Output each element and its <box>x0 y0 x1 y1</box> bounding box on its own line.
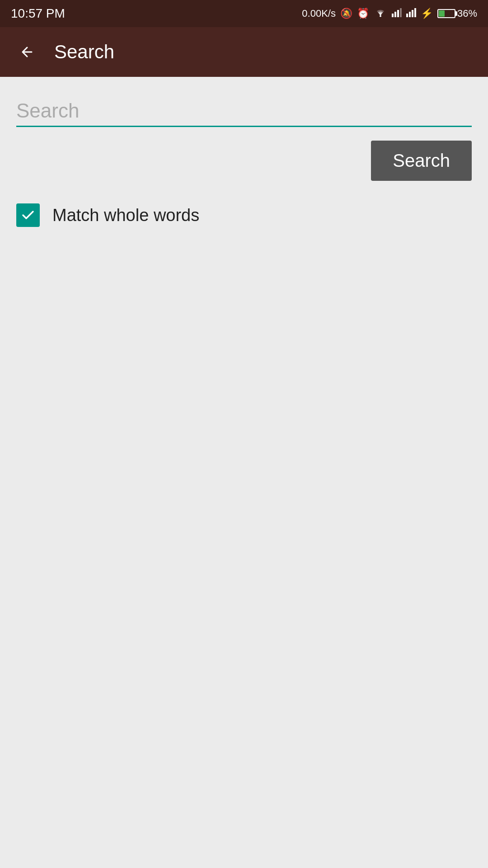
search-button[interactable]: Search <box>371 141 472 181</box>
battery-percent: 36% <box>457 8 477 19</box>
svg-rect-4 <box>400 8 402 17</box>
search-input[interactable] <box>16 95 472 127</box>
svg-point-0 <box>380 15 381 17</box>
charging-icon: ⚡ <box>421 8 433 19</box>
status-bar: 10:57 PM 0.00K/s 🔕 ⏰ <box>0 0 488 27</box>
svg-rect-7 <box>412 10 413 17</box>
status-time: 10:57 PM <box>11 6 65 21</box>
svg-rect-6 <box>409 12 411 17</box>
svg-rect-2 <box>394 12 396 17</box>
signal-icon-2 <box>406 7 416 20</box>
match-whole-words-row: Match whole words <box>16 203 472 227</box>
page-title: Search <box>54 41 114 63</box>
main-content: Search Match whole words <box>0 77 488 868</box>
app-bar: Search <box>0 27 488 77</box>
battery-container: 36% <box>437 8 477 19</box>
back-button[interactable] <box>14 38 41 66</box>
status-icons: 0.00K/s 🔕 ⏰ <box>302 7 477 20</box>
alarm-icon: ⏰ <box>357 8 369 19</box>
svg-rect-3 <box>397 10 399 17</box>
signal-icon-1 <box>392 7 402 20</box>
search-button-row: Search <box>16 141 472 181</box>
svg-rect-5 <box>406 14 408 17</box>
battery-icon <box>437 9 455 18</box>
match-whole-words-label: Match whole words <box>52 206 199 225</box>
svg-rect-8 <box>414 8 416 17</box>
wifi-icon <box>374 7 387 20</box>
network-speed: 0.00K/s <box>302 8 336 19</box>
search-input-container <box>16 95 472 127</box>
svg-rect-1 <box>392 14 394 17</box>
mute-icon: 🔕 <box>340 8 352 19</box>
match-whole-words-checkbox[interactable] <box>16 203 40 227</box>
